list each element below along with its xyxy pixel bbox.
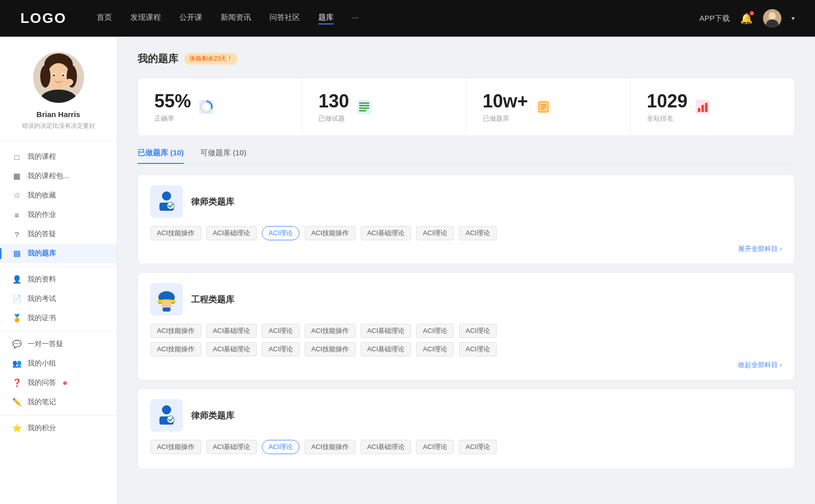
- sidebar-item-exams[interactable]: 📄 我的考试: [0, 289, 117, 309]
- tag-2a-0[interactable]: ACI技能操作: [150, 324, 201, 338]
- sidebar-item-certificates[interactable]: 🏅 我的证书: [0, 309, 117, 328]
- sidebar-item-groups[interactable]: 👥 我的小组: [0, 354, 117, 373]
- nav-link-more[interactable]: ···: [352, 13, 359, 24]
- tag-2b-6[interactable]: ACI理论: [459, 342, 497, 356]
- sidebar-item-questions[interactable]: ❓ 我的问答: [0, 373, 117, 393]
- sidebar-item-answers[interactable]: ? 我的答疑: [0, 225, 117, 244]
- tag-2b-0[interactable]: ACI技能操作: [150, 342, 201, 356]
- sidebar-menu: □ 我的课程 ▦ 我的课程包... ☆ 我的收藏 ≡ 我的作业 ? 我的答疑 ▤…: [0, 141, 117, 444]
- sidebar-item-homework[interactable]: ≡ 我的作业: [0, 205, 117, 225]
- tags-row-2b: ACI技能操作 ACI基础理论 ACI理论 ACI技能操作 ACI基础理论 AC…: [150, 342, 782, 356]
- svg-point-13: [53, 74, 55, 76]
- tag-1-5[interactable]: ACI理论: [416, 226, 454, 240]
- nav-link-news[interactable]: 新闻资讯: [221, 13, 251, 24]
- rank-value: 1029: [647, 91, 688, 112]
- tag-3-3[interactable]: ACI技能操作: [305, 440, 356, 454]
- points-icon: ⭐: [12, 424, 21, 433]
- svg-point-31: [162, 191, 171, 201]
- menu-label: 我的作业: [28, 210, 56, 219]
- sidebar-item-my-courses[interactable]: □ 我的课程: [0, 147, 117, 166]
- svg-rect-21: [359, 107, 369, 109]
- nav-link-discover[interactable]: 发现课程: [130, 13, 161, 24]
- tag-2b-5[interactable]: ACI理论: [416, 342, 454, 356]
- menu-divider-1: [0, 266, 117, 267]
- menu-label: 我的答疑: [28, 230, 56, 239]
- tag-1-2[interactable]: ACI理论: [262, 226, 300, 240]
- svg-rect-30: [705, 103, 708, 112]
- lawyer-bank-icon-1: [150, 185, 183, 218]
- page-header: 我的题库 体验剩余23天！: [138, 52, 795, 66]
- tag-1-1[interactable]: ACI基础理论: [206, 226, 257, 240]
- svg-point-41: [162, 405, 171, 414]
- stat-done-questions: 130 已做试题: [302, 78, 466, 135]
- tag-2b-1[interactable]: ACI基础理论: [206, 342, 257, 356]
- svg-rect-40: [162, 307, 171, 312]
- sidebar-item-notes[interactable]: ✏️ 我的笔记: [0, 393, 117, 412]
- collapse-link-2[interactable]: 收起全部科目 ›: [150, 360, 782, 370]
- expand-link-1[interactable]: 展开全部科目 ›: [150, 244, 782, 254]
- tag-3-2[interactable]: ACI理论: [262, 440, 300, 454]
- questions-icon-stat: [357, 100, 371, 114]
- tag-2a-3[interactable]: ACI技能操作: [305, 324, 356, 338]
- menu-label: 我的笔记: [28, 398, 56, 407]
- tag-2b-2[interactable]: ACI理论: [262, 342, 300, 356]
- sidebar-profile: Brian Harris 错误的决定比没有决定要好: [0, 52, 117, 141]
- answers-icon: ?: [12, 230, 21, 239]
- svg-point-18: [203, 104, 209, 110]
- tag-2a-2[interactable]: ACI理论: [262, 324, 300, 338]
- svg-rect-25: [540, 104, 547, 105]
- tag-2a-6[interactable]: ACI理论: [459, 324, 497, 338]
- stat-accuracy: 55% 正确率: [138, 78, 302, 135]
- tab-done-banks[interactable]: 已做题库 (10): [138, 148, 184, 164]
- user-avatar[interactable]: [763, 9, 781, 27]
- nav-link-qa[interactable]: 问答社区: [269, 13, 300, 24]
- accuracy-value: 55%: [154, 91, 191, 112]
- user-menu-chevron[interactable]: ▾: [792, 15, 795, 22]
- sidebar-item-tutoring[interactable]: 💬 一对一答疑: [0, 334, 117, 354]
- sidebar-item-favorites[interactable]: ☆ 我的收藏: [0, 186, 117, 205]
- menu-divider-3: [0, 415, 117, 415]
- tag-3-6[interactable]: ACI理论: [459, 440, 497, 454]
- tag-3-5[interactable]: ACI理论: [416, 440, 454, 454]
- tag-2b-4[interactable]: ACI基础理论: [361, 342, 412, 356]
- tag-3-1[interactable]: ACI基础理论: [206, 440, 257, 454]
- tag-2a-5[interactable]: ACI理论: [416, 324, 454, 338]
- accuracy-icon: [199, 100, 213, 114]
- menu-label: 我的小组: [28, 359, 56, 368]
- sidebar-item-profile[interactable]: 👤 我的资料: [0, 270, 117, 289]
- tag-1-6[interactable]: ACI理论: [459, 226, 497, 240]
- app-download-button[interactable]: APP下载: [699, 14, 730, 23]
- tab-available-banks[interactable]: 可做题库 (10): [200, 148, 247, 164]
- tag-1-3[interactable]: ACI技能操作: [305, 226, 356, 240]
- nav-link-public[interactable]: 公开课: [179, 13, 202, 24]
- cert-icon: 🏅: [12, 314, 21, 323]
- pie-chart-icon: [199, 100, 213, 114]
- sidebar-item-points[interactable]: ⭐ 我的积分: [0, 418, 117, 438]
- navbar: LOGO 首页 发现课程 公开课 新闻资讯 问答社区 题库 ··· APP下载 …: [0, 0, 815, 37]
- tag-2a-1[interactable]: ACI基础理论: [206, 324, 257, 338]
- menu-label: 我的题库: [28, 249, 56, 258]
- qbank-card-engineer: 工程类题库 ACI技能操作 ACI基础理论 ACI理论 ACI技能操作 ACI基…: [138, 272, 795, 380]
- tag-2b-3[interactable]: ACI技能操作: [305, 342, 356, 356]
- nav-link-home[interactable]: 首页: [97, 13, 112, 24]
- qbank-header-3: 律师类题库: [150, 399, 782, 432]
- rank-icon-stat: [696, 100, 710, 114]
- tag-1-0[interactable]: ACI技能操作: [150, 226, 201, 240]
- courses-icon: □: [12, 153, 21, 161]
- main-layout: Brian Harris 错误的决定比没有决定要好 □ 我的课程 ▦ 我的课程包…: [0, 37, 815, 504]
- tag-2a-4[interactable]: ACI基础理论: [361, 324, 412, 338]
- qbank-card-lawyer-2: 律师类题库 ACI技能操作 ACI基础理论 ACI理论 ACI技能操作 ACI基…: [138, 388, 795, 469]
- nav-link-qbank[interactable]: 题库: [318, 13, 334, 24]
- notification-bell[interactable]: 🔔: [740, 12, 753, 24]
- svg-rect-22: [359, 110, 366, 111]
- groups-icon: 👥: [12, 359, 21, 368]
- tag-3-4[interactable]: ACI基础理论: [361, 440, 412, 454]
- tag-3-0[interactable]: ACI技能操作: [150, 440, 201, 454]
- page-title: 我的题库: [138, 52, 178, 66]
- sidebar-item-qbank[interactable]: ▤ 我的题库: [0, 244, 117, 263]
- tags-row-3: ACI技能操作 ACI基础理论 ACI理论 ACI技能操作 ACI基础理论 AC…: [150, 440, 782, 454]
- notification-dot: [750, 11, 754, 15]
- tag-1-4[interactable]: ACI基础理论: [361, 226, 412, 240]
- sidebar-item-course-packages[interactable]: ▦ 我的课程包...: [0, 166, 117, 186]
- menu-label: 我的收藏: [28, 191, 56, 200]
